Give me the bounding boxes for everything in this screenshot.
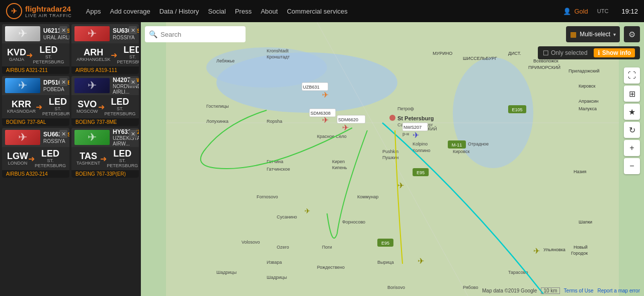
show-info-button[interactable]: ℹ Show info: [594, 48, 635, 57]
nav-data-history[interactable]: Data / History: [159, 8, 199, 15]
nav-press[interactable]: Press: [235, 8, 252, 15]
svg-text:Сусанино: Сусанино: [277, 214, 297, 219]
svg-point-2: [206, 47, 327, 88]
flight-route: KRR KRASNODAR ➜ LED ST. PETERSBURG: [2, 95, 69, 118]
expand-button[interactable]: ⛶: [624, 67, 640, 84]
settings-button[interactable]: ⚙: [624, 26, 640, 42]
flight-aircraft: BOEING 737-8AL: [2, 118, 69, 126]
svg-text:UZB631: UZB631: [303, 85, 319, 90]
close-button[interactable]: ✕: [59, 78, 67, 86]
svg-text:SDM6620: SDM6620: [338, 117, 358, 122]
destination-code: LED: [107, 149, 138, 158]
nav-apps[interactable]: Apps: [86, 8, 101, 15]
svg-text:SDM6308: SDM6308: [310, 111, 331, 116]
flight-airline: POBEDA: [43, 87, 69, 92]
svg-text:Гатчина: Гатчина: [267, 159, 283, 164]
close-button[interactable]: ✕: [129, 26, 137, 34]
flight-thumbnail: ✈: [5, 130, 40, 145]
origin-name: KRASNODAR: [7, 109, 36, 114]
flight-airline: ROSSIYA: [43, 138, 69, 144]
svg-text:St Petersburg: St Petersburg: [397, 115, 434, 121]
svg-text:Малукса: Малукса: [579, 106, 597, 111]
destination-code: LED: [105, 97, 136, 106]
destination-airport: LED ST. PETERSBURG: [117, 45, 139, 64]
flight-card[interactable]: ✈ SU6308/SDM6308 ROSSIYA ✕ ARH ARKHANGEL…: [71, 24, 139, 74]
close-button[interactable]: ✕: [59, 130, 67, 138]
destination-name: ST. PETERSBURG: [105, 106, 136, 116]
close-button[interactable]: ✕: [129, 130, 137, 138]
map-search-input[interactable]: [160, 31, 242, 38]
nav-about[interactable]: About: [261, 8, 278, 15]
close-button[interactable]: ✕: [59, 26, 67, 34]
svg-text:Гатчинское: Гатчинское: [267, 167, 290, 172]
user-menu[interactable]: 👤 Gold: [563, 8, 588, 15]
refresh-button[interactable]: ↻: [624, 122, 640, 138]
terms-link[interactable]: Terms of Use: [564, 288, 594, 293]
destination-airport: LED ST. PETERSBURG: [42, 97, 69, 116]
close-button[interactable]: ✕: [129, 78, 137, 86]
svg-text:Ropsha: Ropsha: [267, 119, 282, 124]
svg-text:✈: ✈: [533, 247, 540, 255]
flight-card[interactable]: ✈ DP510/PBD510 POBEDA ✕ KRR KRASNODAR ➜ …: [2, 76, 69, 126]
flight-route: ARH ARKHANGELSK ➜ LED ST. PETERSBURG: [71, 43, 139, 66]
svg-text:✈: ✈: [413, 131, 419, 139]
nav-add-coverage[interactable]: Add coverage: [110, 8, 150, 15]
logo[interactable]: ✈ flightradar24 LIVE AIR TRAFFIC: [6, 3, 72, 19]
origin-airport: SVO MOSCOW: [76, 100, 98, 114]
route-arrow-icon: ➜: [26, 50, 33, 60]
logo-text: flightradar24 LIVE AIR TRAFFIC: [25, 5, 72, 18]
svg-text:E95: E95: [417, 170, 425, 175]
map-area[interactable]: St Petersburg Санкт-Петербург E105 E95 E…: [141, 22, 644, 296]
origin-name: TASHKENT: [76, 161, 100, 166]
origin-code: TAS: [76, 152, 100, 161]
flight-thumbnail: ✈: [74, 130, 110, 145]
svg-point-5: [389, 115, 395, 121]
svg-text:✈: ✈: [397, 181, 404, 190]
flight-airline: URAL AIRLINES: [43, 35, 69, 40]
flight-card[interactable]: ✈ N4207/NWS207 NORDWIND AIRLI... ✕ SVO M…: [71, 76, 139, 126]
gear-icon: ⚙: [628, 30, 635, 39]
clock: 19:12: [621, 8, 638, 15]
flight-aircraft: AIRBUS A321-211: [2, 66, 69, 74]
destination-airport: LED ST. PETERSBURG: [107, 149, 138, 168]
plus-icon: +: [629, 143, 634, 153]
svg-text:Kolpino: Kolpino: [413, 141, 428, 146]
svg-text:Лебяжье: Лебяжье: [216, 58, 234, 63]
svg-text:Лопухинка: Лопухинка: [206, 119, 228, 124]
svg-text:✈: ✈: [342, 123, 349, 132]
svg-text:✈: ✈: [418, 257, 424, 265]
nav-commercial[interactable]: Commercial services: [287, 8, 348, 15]
origin-name: GANJA: [7, 57, 26, 62]
flight-card[interactable]: ✈ U62112/SVR2112 URAL AIRLINES ✕ KVD GAN…: [2, 24, 69, 74]
layers-button[interactable]: ⊞: [624, 86, 640, 102]
refresh-icon: ↻: [629, 125, 635, 135]
flight-aircraft: BOEING 737-8ME: [71, 118, 139, 126]
flight-card[interactable]: ✈ HY631/UZB631 UZBEKISTAN AIRW... ✕ TAS …: [71, 128, 139, 178]
only-selected-toggle[interactable]: ☐ Only selected: [543, 49, 588, 57]
expand-icon: ⛶: [628, 71, 636, 80]
map-svg: St Petersburg Санкт-Петербург E105 E95 E…: [141, 22, 644, 296]
map-copyright: Map data ©2019 Google: [482, 288, 537, 293]
multi-select-button[interactable]: ▦ Multi-select ▾: [566, 26, 620, 42]
flight-card[interactable]: ✈ SU6620/SDM6620 ROSSIYA ✕ LGW LONDON ➜ …: [2, 128, 69, 178]
svg-text:ДИСТ.: ДИСТ.: [508, 51, 521, 56]
map-search-box[interactable]: 🔍: [145, 26, 246, 42]
star-button[interactable]: ★: [624, 104, 640, 120]
svg-text:Кировск: Кировск: [579, 84, 595, 89]
svg-text:Коммунар: Коммунар: [357, 194, 378, 199]
multiselect-icon: ▦: [570, 30, 577, 38]
flight-cards-grid: ✈ U62112/SVR2112 URAL AIRLINES ✕ KVD GAN…: [0, 22, 141, 180]
info-icon: ℹ: [598, 49, 600, 56]
flight-aircraft: BOEING 767-33P(ER): [71, 170, 139, 178]
zoom-in-button[interactable]: +: [624, 140, 640, 156]
origin-airport: TAS TASHKENT: [76, 152, 100, 166]
svg-text:Петроф: Петроф: [397, 106, 414, 111]
route-arrow-icon: ➜: [100, 154, 107, 164]
origin-code: KVD: [7, 48, 26, 57]
user-icon: 👤: [563, 8, 571, 15]
report-link[interactable]: Report a map error: [598, 288, 640, 293]
nav-social[interactable]: Social: [208, 8, 225, 15]
zoom-out-button[interactable]: −: [624, 158, 640, 174]
flight-route: KVD GANJA ➜ LED ST. PETERSBURG: [2, 43, 69, 66]
svg-text:Шадрицы: Шадрицы: [267, 275, 287, 280]
